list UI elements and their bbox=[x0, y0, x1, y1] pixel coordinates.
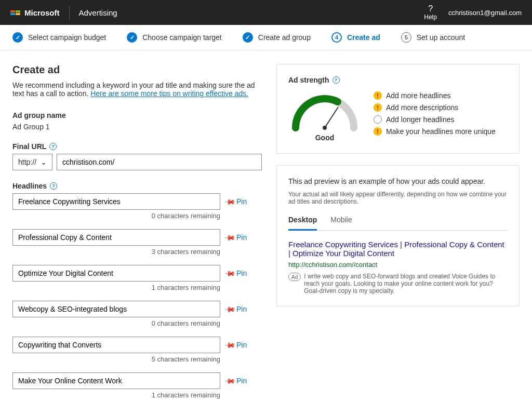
ad-preview-card: This ad preview is an example of how you… bbox=[276, 165, 520, 306]
svg-point-1 bbox=[323, 126, 327, 130]
pin-icon: 📌 bbox=[224, 195, 236, 207]
svg-line-0 bbox=[325, 107, 338, 128]
pin-icon: 📌 bbox=[224, 339, 236, 351]
preview-ad-title[interactable]: Freelance Copywriting Services | Profess… bbox=[288, 240, 508, 258]
preview-sub: Your actual ad will likely appear differ… bbox=[288, 191, 508, 205]
pin-button[interactable]: 📌Pin bbox=[225, 269, 247, 277]
tips-link[interactable]: Here are some more tips on writing effec… bbox=[90, 89, 248, 98]
page-title: Create ad bbox=[12, 64, 262, 76]
step-create-ad-group[interactable]: Create ad group bbox=[243, 32, 311, 43]
check-icon bbox=[127, 32, 137, 43]
pin-button[interactable]: 📌Pin bbox=[225, 197, 247, 206]
headlines-label: Headlines bbox=[12, 182, 262, 190]
chars-remaining: 0 characters remaining bbox=[12, 212, 220, 220]
help-button[interactable]: ? Help bbox=[424, 4, 437, 21]
pin-button[interactable]: 📌Pin bbox=[225, 341, 247, 349]
step-choose-target[interactable]: Choose campaign target bbox=[127, 32, 222, 43]
ad-group-name-value: Ad Group 1 bbox=[12, 123, 262, 131]
step-select-budget[interactable]: Select campaign budget bbox=[12, 32, 106, 43]
ad-strength-card: Ad strength Good Add more headlines Add … bbox=[276, 64, 520, 154]
final-url-input[interactable] bbox=[57, 154, 262, 170]
pin-button[interactable]: 📌Pin bbox=[225, 305, 247, 313]
step-label: Choose campaign target bbox=[142, 33, 222, 42]
brand-text: Microsoft bbox=[24, 8, 60, 17]
preview-ad-url: http://cchristison.com//contact bbox=[288, 261, 508, 269]
chars-remaining: 5 characters remaining bbox=[12, 355, 220, 363]
warn-icon bbox=[374, 103, 382, 112]
headline-input[interactable] bbox=[12, 301, 220, 317]
tab-desktop[interactable]: Desktop bbox=[288, 216, 317, 231]
tab-mobile[interactable]: Mobile bbox=[330, 216, 352, 230]
pin-icon: 📌 bbox=[224, 303, 236, 315]
headline-input[interactable] bbox=[12, 229, 220, 246]
step-number: 5 bbox=[401, 32, 411, 43]
step-label: Select campaign budget bbox=[28, 33, 106, 42]
ad-badge: Ad bbox=[288, 273, 301, 281]
chars-remaining: 1 characters remaining bbox=[12, 391, 220, 399]
empty-icon bbox=[374, 115, 382, 124]
chars-remaining: 1 characters remaining bbox=[12, 284, 220, 291]
chars-remaining: 0 characters remaining bbox=[12, 319, 220, 327]
suggestion-item: Add more descriptions bbox=[374, 103, 508, 112]
check-icon bbox=[243, 32, 253, 43]
help-icon: ? bbox=[428, 4, 433, 14]
product-name: Advertising bbox=[79, 8, 117, 17]
info-icon[interactable] bbox=[49, 143, 57, 150]
warn-icon bbox=[374, 91, 382, 100]
suggestion-item: Add more headlines bbox=[374, 91, 508, 100]
info-icon[interactable] bbox=[50, 182, 57, 190]
info-icon[interactable] bbox=[332, 76, 340, 84]
headline-input[interactable] bbox=[12, 372, 220, 389]
pin-icon: 📌 bbox=[224, 231, 236, 243]
pin-button[interactable]: 📌Pin bbox=[225, 377, 247, 385]
microsoft-logo-icon bbox=[10, 10, 20, 15]
suggestion-item: Add longer headlines bbox=[374, 115, 508, 124]
headline-input[interactable] bbox=[12, 193, 220, 210]
preview-ad-body: Ad I write web copy and SEO-forward blog… bbox=[288, 273, 508, 295]
ad-strength-gauge: Good bbox=[288, 91, 361, 142]
pin-button[interactable]: 📌Pin bbox=[225, 233, 247, 242]
headline-input[interactable] bbox=[12, 337, 220, 353]
chars-remaining: 3 characters remaining bbox=[12, 248, 220, 256]
step-bar: Select campaign budget Choose campaign t… bbox=[0, 25, 532, 50]
page-subtitle: We recommend including a keyword in your… bbox=[12, 81, 262, 98]
warn-icon bbox=[374, 127, 382, 136]
step-set-up-account[interactable]: 5 Set up account bbox=[401, 32, 465, 43]
pin-icon: 📌 bbox=[224, 375, 236, 386]
protocol-select[interactable]: http:// bbox=[12, 154, 52, 170]
step-label: Create ad group bbox=[258, 33, 311, 42]
suggestion-item: Make your headlines more unique bbox=[374, 127, 508, 136]
headline-input[interactable] bbox=[12, 265, 220, 282]
divider bbox=[69, 6, 70, 19]
final-url-label: Final URL bbox=[12, 142, 262, 151]
top-bar: Microsoft Advertising ? Help cchristison… bbox=[0, 0, 532, 25]
check-icon bbox=[12, 32, 23, 43]
step-create-ad[interactable]: 4 Create ad bbox=[331, 32, 380, 43]
ad-group-name-label: Ad group name bbox=[12, 111, 262, 119]
step-label: Create ad bbox=[347, 33, 380, 42]
step-label: Set up account bbox=[417, 33, 465, 42]
ad-strength-title: Ad strength bbox=[288, 76, 508, 84]
step-number: 4 bbox=[331, 32, 342, 43]
user-email[interactable]: cchristison1@gmail.com bbox=[448, 9, 522, 17]
pin-icon: 📌 bbox=[224, 267, 236, 279]
help-label: Help bbox=[424, 14, 437, 21]
preview-intro: This ad preview is an example of how you… bbox=[288, 177, 508, 185]
